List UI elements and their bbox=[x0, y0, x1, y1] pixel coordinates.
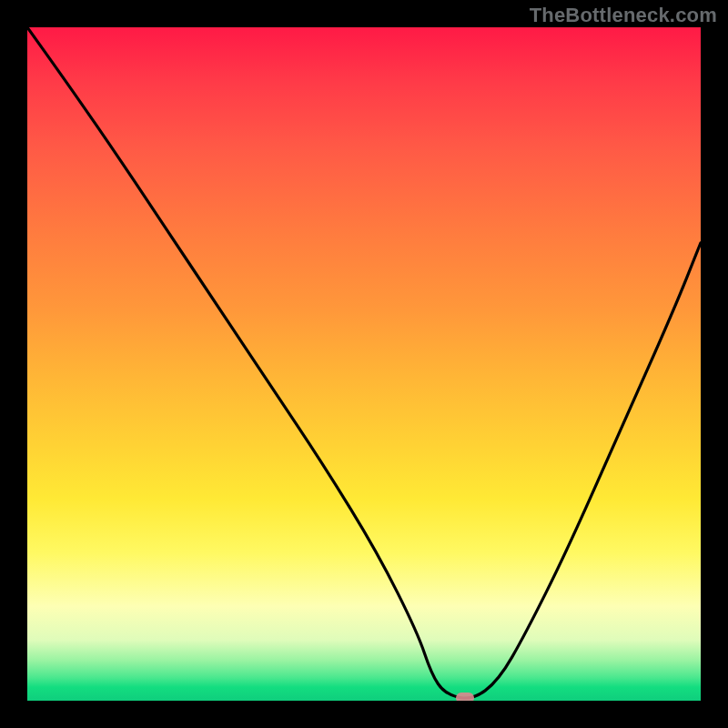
bottleneck-curve bbox=[27, 27, 701, 701]
plot-area bbox=[27, 27, 701, 701]
chart-frame: TheBottleneck.com bbox=[0, 0, 728, 728]
watermark-text: TheBottleneck.com bbox=[530, 4, 717, 27]
optimal-marker bbox=[456, 693, 474, 701]
